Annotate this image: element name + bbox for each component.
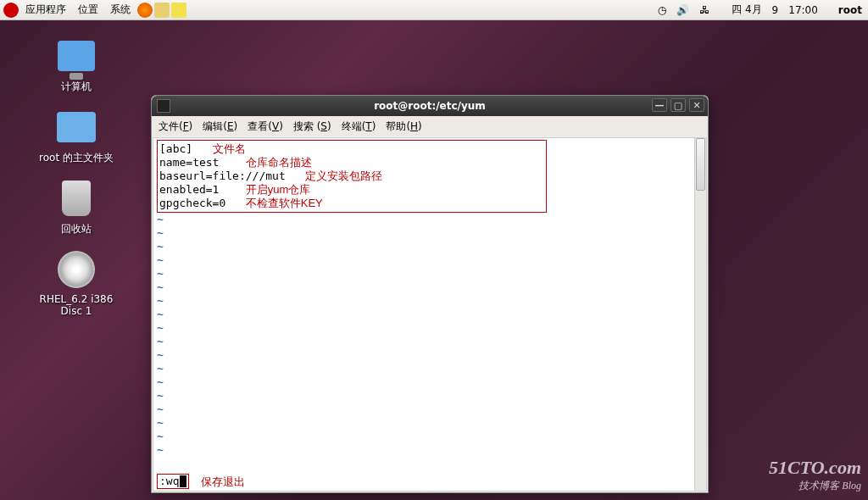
- menu-places[interactable]: 位置: [73, 1, 103, 19]
- vim-command: :wq: [159, 475, 179, 488]
- annotation: 不检查软件KEY: [246, 197, 323, 209]
- mail-icon[interactable]: [154, 3, 170, 18]
- vim-tilde: ~: [157, 294, 703, 308]
- desktop-icon-home[interactable]: root 的主文件夹: [34, 107, 119, 165]
- vim-tilde: ~: [157, 335, 703, 348]
- menu-edit[interactable]: 编辑(E): [199, 117, 241, 136]
- desktop-label: 计算机: [34, 80, 119, 94]
- annotation: 定义安装包路径: [305, 169, 382, 182]
- panel-right: ◷ 🔊 🖧 四 4月 9 17:00 root: [655, 1, 865, 19]
- vim-tilde: ~: [157, 389, 703, 403]
- vim-tilde: ~: [157, 403, 703, 416]
- annotation-saveexit: 保存退出: [201, 475, 245, 489]
- term-line: gpgcheck=0: [159, 197, 225, 209]
- watermark-text: 51CTO.com: [769, 457, 861, 479]
- desktop-icon-trash[interactable]: 回收站: [34, 178, 119, 236]
- menu-applications[interactable]: 应用程序: [20, 1, 71, 19]
- vim-tilde: ~: [157, 308, 703, 321]
- desktop-label: 回收站: [34, 222, 119, 236]
- menubar: 文件(F) 编辑(E) 查看(V) 搜索 (S) 终端(T) 帮助(H): [152, 116, 708, 136]
- minimize-button[interactable]: —: [652, 98, 667, 112]
- network-icon[interactable]: 🖧: [697, 3, 712, 18]
- vim-tilde: ~: [157, 213, 703, 226]
- vim-tilde: ~: [157, 240, 703, 253]
- folder-icon: [57, 112, 96, 142]
- menu-terminal[interactable]: 终端(T): [338, 117, 380, 136]
- vim-tilde: ~: [157, 416, 703, 430]
- terminal-window: root@root:/etc/yum — ▢ ✕ 文件(F) 编辑(E) 查看(…: [151, 95, 709, 493]
- window-title: root@root:/etc/yum: [374, 100, 486, 112]
- vim-tilde: ~: [157, 430, 703, 443]
- annotation: 开启yum仓库: [246, 183, 311, 196]
- desktop-icon-computer[interactable]: 计算机: [34, 36, 119, 94]
- vim-tilde: ~: [157, 253, 703, 267]
- annotation-box: [abc] 文件名 name=test 仓库命名描述 baseurl=file:…: [157, 140, 547, 213]
- desktop-icon-dvd[interactable]: RHEL_6.2 i386 Disc 1: [34, 249, 119, 317]
- terminal-area[interactable]: [abc] 文件名 name=test 仓库命名描述 baseurl=file:…: [153, 137, 707, 492]
- vim-tilde: ~: [157, 348, 703, 362]
- maximize-button[interactable]: ▢: [670, 98, 686, 112]
- annotation: 仓库命名描述: [246, 156, 312, 169]
- term-line: baseurl=file:///mut: [159, 169, 286, 182]
- term-line: [abc]: [159, 142, 192, 155]
- titlebar[interactable]: root@root:/etc/yum — ▢ ✕: [152, 96, 708, 116]
- vim-tilde: ~: [157, 362, 703, 375]
- watermark: 51CTO.com 技术博客 Blog: [769, 457, 861, 493]
- menu-view[interactable]: 查看(V): [244, 117, 287, 136]
- vim-command-box: :wq: [157, 474, 189, 489]
- vim-tilde: ~: [157, 281, 703, 294]
- menu-search[interactable]: 搜索 (S): [290, 117, 335, 136]
- cursor-icon: [180, 475, 186, 487]
- term-line: enabled=1: [159, 183, 219, 196]
- computer-icon: [58, 41, 95, 71]
- top-panel: 应用程序 位置 系统 ◷ 🔊 🖧 四 4月 9 17:00 root: [0, 0, 868, 20]
- desktop-label: RHEL_6.2 i386 Disc 1: [34, 293, 119, 317]
- term-line: name=test: [159, 156, 219, 169]
- firefox-icon[interactable]: [137, 3, 153, 18]
- clock-date[interactable]: 四 4月: [729, 1, 764, 19]
- vim-tilde: ~: [157, 321, 703, 335]
- desktop-label: root 的主文件夹: [34, 151, 119, 165]
- cpu-icon[interactable]: ◷: [655, 3, 669, 18]
- window-icon: [157, 99, 170, 113]
- clock-day[interactable]: 9: [770, 3, 782, 18]
- close-button[interactable]: ✕: [689, 98, 704, 112]
- scrollbar[interactable]: [694, 138, 706, 491]
- vim-tilde: ~: [157, 267, 703, 281]
- menu-system[interactable]: 系统: [105, 1, 136, 19]
- annotation: 文件名: [213, 142, 246, 155]
- vim-tilde: ~: [157, 375, 703, 389]
- trash-icon: [62, 181, 91, 216]
- menu-help[interactable]: 帮助(H): [382, 117, 425, 136]
- redhat-icon: [3, 3, 19, 18]
- volume-icon[interactable]: 🔊: [674, 3, 692, 18]
- vim-tilde: ~: [157, 226, 703, 240]
- user-menu[interactable]: root: [836, 3, 865, 18]
- clock-time[interactable]: 17:00: [786, 3, 821, 18]
- vim-tilde: ~: [157, 443, 703, 457]
- menu-file[interactable]: 文件(F): [155, 117, 196, 136]
- note-icon[interactable]: [171, 3, 186, 18]
- dvd-icon: [58, 251, 95, 288]
